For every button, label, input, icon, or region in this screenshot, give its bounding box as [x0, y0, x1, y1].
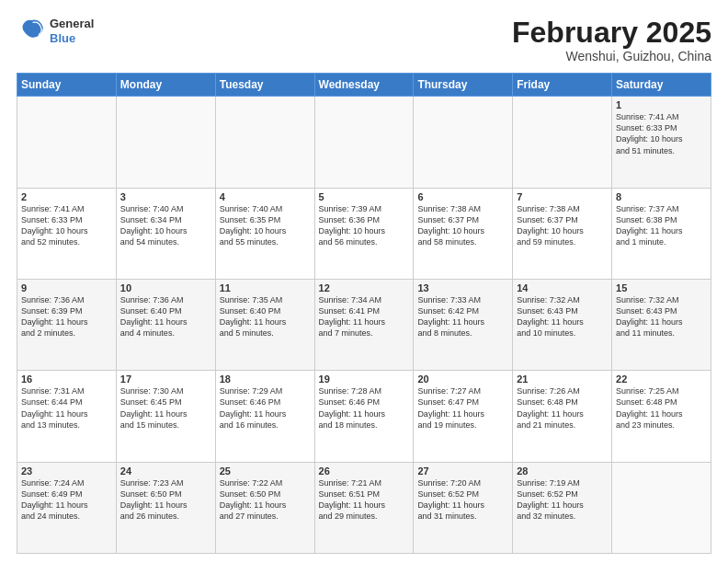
day-number: 22 — [616, 373, 707, 385]
day-info: Sunrise: 7:33 AM Sunset: 6:42 PM Dayligh… — [417, 294, 508, 339]
week-row-4: 23Sunrise: 7:24 AM Sunset: 6:49 PM Dayli… — [17, 462, 711, 553]
day-info: Sunrise: 7:26 AM Sunset: 6:48 PM Dayligh… — [517, 385, 608, 431]
day-number: 8 — [616, 191, 707, 202]
logo: General Blue — [17, 17, 94, 46]
day-number: 3 — [120, 191, 211, 202]
weekday-header-row: SundayMondayTuesdayWednesdayThursdayFrid… — [17, 74, 711, 97]
weekday-header-sunday: Sunday — [17, 74, 117, 97]
day-cell: 27Sunrise: 7:20 AM Sunset: 6:52 PM Dayli… — [414, 462, 513, 553]
day-cell: 18Sunrise: 7:29 AM Sunset: 6:46 PM Dayli… — [215, 371, 314, 462]
day-number: 6 — [417, 191, 508, 202]
day-info: Sunrise: 7:28 AM Sunset: 6:46 PM Dayligh… — [319, 385, 410, 431]
day-info: Sunrise: 7:39 AM Sunset: 6:36 PM Dayligh… — [319, 203, 410, 248]
day-number: 18 — [220, 373, 311, 385]
day-cell: 3Sunrise: 7:40 AM Sunset: 6:34 PM Daylig… — [116, 188, 215, 279]
day-info: Sunrise: 7:25 AM Sunset: 6:48 PM Dayligh… — [616, 385, 707, 431]
day-info: Sunrise: 7:36 AM Sunset: 6:40 PM Dayligh… — [120, 294, 211, 339]
day-cell: 25Sunrise: 7:22 AM Sunset: 6:50 PM Dayli… — [215, 462, 314, 553]
day-cell — [116, 97, 215, 188]
day-number: 27 — [417, 465, 508, 477]
day-number: 26 — [319, 465, 410, 477]
day-cell: 15Sunrise: 7:32 AM Sunset: 6:43 PM Dayli… — [612, 279, 711, 370]
day-number: 17 — [120, 373, 211, 385]
day-info: Sunrise: 7:32 AM Sunset: 6:43 PM Dayligh… — [517, 294, 608, 339]
day-number: 20 — [417, 373, 508, 385]
day-number: 11 — [220, 282, 311, 293]
day-number: 28 — [517, 465, 608, 477]
day-cell: 10Sunrise: 7:36 AM Sunset: 6:40 PM Dayli… — [116, 279, 215, 370]
day-info: Sunrise: 7:41 AM Sunset: 6:33 PM Dayligh… — [21, 203, 112, 248]
day-info: Sunrise: 7:24 AM Sunset: 6:49 PM Dayligh… — [21, 477, 112, 523]
day-info: Sunrise: 7:31 AM Sunset: 6:44 PM Dayligh… — [21, 385, 112, 431]
day-cell: 22Sunrise: 7:25 AM Sunset: 6:48 PM Dayli… — [612, 371, 711, 462]
day-cell: 6Sunrise: 7:38 AM Sunset: 6:37 PM Daylig… — [414, 188, 513, 279]
day-cell: 21Sunrise: 7:26 AM Sunset: 6:48 PM Dayli… — [513, 371, 612, 462]
day-cell: 16Sunrise: 7:31 AM Sunset: 6:44 PM Dayli… — [17, 371, 117, 462]
day-info: Sunrise: 7:35 AM Sunset: 6:40 PM Dayligh… — [220, 294, 311, 339]
day-info: Sunrise: 7:38 AM Sunset: 6:37 PM Dayligh… — [417, 203, 508, 248]
day-number: 15 — [616, 282, 707, 293]
day-number: 7 — [517, 191, 608, 202]
day-number: 23 — [21, 465, 112, 477]
day-number: 4 — [220, 191, 311, 202]
title-block: February 2025 Wenshui, Guizhou, China — [512, 17, 711, 63]
day-info: Sunrise: 7:41 AM Sunset: 6:33 PM Dayligh… — [616, 111, 707, 156]
day-cell: 17Sunrise: 7:30 AM Sunset: 6:45 PM Dayli… — [116, 371, 215, 462]
day-cell: 26Sunrise: 7:21 AM Sunset: 6:51 PM Dayli… — [314, 462, 414, 553]
weekday-header-thursday: Thursday — [414, 74, 513, 97]
week-row-2: 9Sunrise: 7:36 AM Sunset: 6:39 PM Daylig… — [17, 279, 711, 370]
logo-line2: Blue — [50, 31, 94, 46]
day-info: Sunrise: 7:36 AM Sunset: 6:39 PM Dayligh… — [21, 294, 112, 339]
day-number: 13 — [417, 282, 508, 293]
day-info: Sunrise: 7:23 AM Sunset: 6:50 PM Dayligh… — [120, 477, 211, 523]
day-cell — [215, 97, 314, 188]
day-info: Sunrise: 7:40 AM Sunset: 6:35 PM Dayligh… — [220, 203, 311, 248]
day-cell: 13Sunrise: 7:33 AM Sunset: 6:42 PM Dayli… — [414, 279, 513, 370]
day-number: 14 — [517, 282, 608, 293]
day-cell: 24Sunrise: 7:23 AM Sunset: 6:50 PM Dayli… — [116, 462, 215, 553]
day-info: Sunrise: 7:22 AM Sunset: 6:50 PM Dayligh… — [220, 477, 311, 523]
day-cell — [414, 97, 513, 188]
day-info: Sunrise: 7:27 AM Sunset: 6:47 PM Dayligh… — [417, 385, 508, 431]
day-info: Sunrise: 7:38 AM Sunset: 6:37 PM Dayligh… — [517, 203, 608, 248]
day-cell: 2Sunrise: 7:41 AM Sunset: 6:33 PM Daylig… — [17, 188, 117, 279]
day-cell: 4Sunrise: 7:40 AM Sunset: 6:35 PM Daylig… — [215, 188, 314, 279]
day-cell: 11Sunrise: 7:35 AM Sunset: 6:40 PM Dayli… — [215, 279, 314, 370]
logo-line1: General — [50, 17, 94, 31]
weekday-header-wednesday: Wednesday — [314, 74, 414, 97]
page: General Blue February 2025 Wenshui, Guiz… — [0, 0, 728, 563]
day-info: Sunrise: 7:32 AM Sunset: 6:43 PM Dayligh… — [616, 294, 707, 339]
day-cell — [17, 97, 117, 188]
day-info: Sunrise: 7:19 AM Sunset: 6:52 PM Dayligh… — [517, 477, 608, 523]
day-cell — [513, 97, 612, 188]
logo-text: General Blue — [50, 17, 94, 45]
day-number: 19 — [319, 373, 410, 385]
week-row-3: 16Sunrise: 7:31 AM Sunset: 6:44 PM Dayli… — [17, 371, 711, 462]
day-cell: 12Sunrise: 7:34 AM Sunset: 6:41 PM Dayli… — [314, 279, 414, 370]
weekday-header-saturday: Saturday — [612, 74, 711, 97]
location: Wenshui, Guizhou, China — [512, 49, 711, 63]
day-info: Sunrise: 7:37 AM Sunset: 6:38 PM Dayligh… — [616, 203, 707, 248]
week-row-0: 1Sunrise: 7:41 AM Sunset: 6:33 PM Daylig… — [17, 97, 711, 188]
day-cell: 23Sunrise: 7:24 AM Sunset: 6:49 PM Dayli… — [17, 462, 117, 553]
weekday-header-monday: Monday — [116, 74, 215, 97]
day-cell — [314, 97, 414, 188]
day-number: 12 — [319, 282, 410, 293]
day-cell: 19Sunrise: 7:28 AM Sunset: 6:46 PM Dayli… — [314, 371, 414, 462]
day-number: 5 — [319, 191, 410, 202]
day-number: 24 — [120, 465, 211, 477]
day-number: 2 — [21, 191, 112, 202]
day-cell: 8Sunrise: 7:37 AM Sunset: 6:38 PM Daylig… — [612, 188, 711, 279]
day-cell: 20Sunrise: 7:27 AM Sunset: 6:47 PM Dayli… — [414, 371, 513, 462]
day-info: Sunrise: 7:29 AM Sunset: 6:46 PM Dayligh… — [220, 385, 311, 431]
day-number: 1 — [616, 99, 707, 110]
day-number: 16 — [21, 373, 112, 385]
day-cell: 5Sunrise: 7:39 AM Sunset: 6:36 PM Daylig… — [314, 188, 414, 279]
logo-icon — [17, 17, 46, 46]
day-number: 25 — [220, 465, 311, 477]
day-cell: 28Sunrise: 7:19 AM Sunset: 6:52 PM Dayli… — [513, 462, 612, 553]
day-info: Sunrise: 7:21 AM Sunset: 6:51 PM Dayligh… — [319, 477, 410, 523]
day-cell: 14Sunrise: 7:32 AM Sunset: 6:43 PM Dayli… — [513, 279, 612, 370]
month-title: February 2025 — [512, 17, 711, 49]
day-cell: 7Sunrise: 7:38 AM Sunset: 6:37 PM Daylig… — [513, 188, 612, 279]
